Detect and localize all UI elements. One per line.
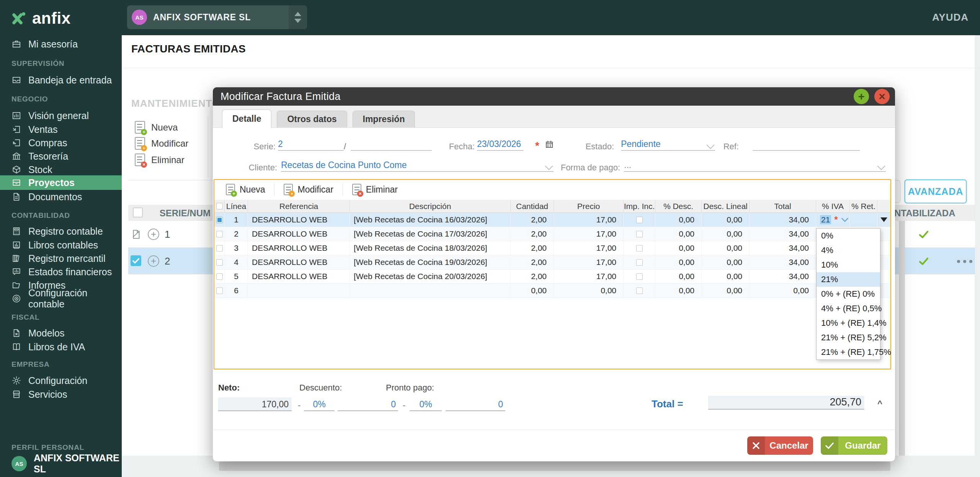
sidebar-item-ventas[interactable]: Ventas bbox=[0, 122, 122, 137]
chevron-down-icon bbox=[706, 144, 715, 149]
expand-row-icon[interactable]: + bbox=[148, 255, 159, 267]
serie-input[interactable]: 2 bbox=[278, 137, 344, 151]
profile-company[interactable]: AS ANFIX SOFTWARE SL bbox=[0, 456, 122, 471]
maintenance-nueva-button[interactable]: + Nueva bbox=[135, 121, 178, 134]
iva-option[interactable]: 4% bbox=[817, 243, 880, 258]
sidebar-item-mi-asesoria[interactable]: Mi asesoría bbox=[0, 37, 122, 51]
save-button[interactable]: Guardar bbox=[821, 436, 887, 455]
line-checkbox[interactable] bbox=[216, 259, 223, 266]
sidebar-item-registro-contable[interactable]: Registro contable bbox=[0, 224, 122, 238]
modal-add-button[interactable]: + bbox=[854, 89, 869, 104]
fecha-input[interactable]: 23/03/2026 bbox=[477, 137, 524, 151]
iva-cell-editing[interactable]: 21 * bbox=[816, 213, 850, 227]
line-row-2[interactable]: 2 DESARROLLO WEB [Web Recetas de Cocina … bbox=[214, 227, 890, 241]
line-checkbox[interactable] bbox=[216, 231, 223, 237]
numero-input[interactable] bbox=[351, 137, 432, 151]
advanced-search-button[interactable]: AVANZADA bbox=[904, 179, 967, 204]
drawer-icon bbox=[11, 178, 21, 188]
select-all-lines-checkbox[interactable] bbox=[216, 203, 223, 209]
neto-input[interactable]: 170,00 bbox=[218, 397, 292, 411]
tab-otros-datos[interactable]: Otros datos bbox=[277, 111, 347, 127]
iva-dropdown: 0% 4% 10% 21% 0% + (RE) 0% 4% + (RE) 0,5… bbox=[816, 228, 880, 360]
cancel-button[interactable]: Cancelar bbox=[747, 436, 813, 455]
imp-inc-checkbox[interactable] bbox=[636, 273, 643, 280]
line-checkbox[interactable] bbox=[216, 288, 223, 294]
estado-select[interactable]: Pendiente bbox=[621, 137, 715, 151]
imp-inc-checkbox[interactable] bbox=[636, 245, 643, 252]
sidebar-item-estados-financieros[interactable]: Estados financieros bbox=[0, 265, 122, 279]
minus-sign: - bbox=[403, 400, 405, 410]
anfix-logo-icon bbox=[10, 10, 28, 27]
imp-inc-checkbox[interactable] bbox=[636, 259, 643, 266]
sidebar-item-stock[interactable]: Stock bbox=[0, 162, 122, 177]
sidebar-item-servicios[interactable]: Servicios bbox=[0, 387, 122, 402]
modal-titlebar: Modificar Factura Emitida + × bbox=[213, 87, 895, 106]
sidebar-item-registro-mercantil[interactable]: Registro mercantil bbox=[0, 251, 122, 266]
iva-option-selected[interactable]: 21% bbox=[817, 272, 880, 287]
sidebar-item-configuracion-contable[interactable]: Configuración contable bbox=[0, 291, 122, 306]
serie-label: Serie: bbox=[250, 142, 276, 152]
iva-option[interactable]: 4% + (RE) 0,5% bbox=[817, 301, 880, 316]
line-nueva-button[interactable]: + Nueva bbox=[217, 183, 274, 196]
forma-pago-select[interactable]: ... bbox=[624, 158, 886, 172]
expand-row-icon[interactable]: + bbox=[148, 229, 159, 240]
iva-option[interactable]: 0% + (RE) 0% bbox=[817, 287, 880, 301]
maintenance-eliminar-button[interactable]: × Eliminar bbox=[135, 154, 185, 166]
iva-option[interactable]: 21% + (RE) 1,75% bbox=[817, 345, 880, 359]
line-checkbox-selected[interactable] bbox=[216, 217, 223, 223]
cliente-select[interactable]: Recetas de Cocina Punto Come bbox=[281, 158, 554, 172]
imp-inc-checkbox[interactable] bbox=[636, 231, 643, 237]
iva-option[interactable]: 10% + (RE) 1,4% bbox=[817, 316, 880, 330]
ref-input[interactable] bbox=[753, 137, 860, 151]
sidebar-item-libros-contables[interactable]: Libros contables bbox=[0, 238, 122, 252]
dropdown-arrow-icon[interactable] bbox=[880, 217, 887, 222]
line-row-6[interactable]: 6 0,00 0,00 0,00 0,00 0,00 bbox=[214, 284, 890, 298]
select-all-checkbox[interactable] bbox=[133, 207, 143, 217]
line-row-5[interactable]: 5 DESARROLLO WEB [Web Recetas de Cocina … bbox=[214, 270, 890, 284]
row-actions-menu-icon[interactable] bbox=[957, 260, 972, 263]
sidebar-item-modelos[interactable]: Modelos bbox=[0, 326, 122, 340]
total-value: 205,70 bbox=[708, 396, 864, 410]
tab-impresion[interactable]: Impresión bbox=[353, 111, 415, 127]
line-checkbox[interactable] bbox=[216, 245, 223, 252]
iva-option[interactable]: 10% bbox=[817, 258, 880, 272]
line-row-1[interactable]: 1 DESARROLLO WEB [Web Recetas de Cocina … bbox=[214, 213, 890, 227]
sidebar-item-documentos[interactable]: Documentos bbox=[0, 189, 122, 204]
calendar-icon[interactable] bbox=[544, 139, 554, 149]
sidebar-item-bandeja-de-entrada[interactable]: Bandeja de entrada bbox=[0, 73, 122, 87]
sidebar-item-compras[interactable]: Compras bbox=[0, 136, 122, 150]
company-selector[interactable]: AS ANFIX SOFTWARE SL bbox=[127, 5, 307, 29]
line-checkbox[interactable] bbox=[216, 273, 223, 280]
descuento-pct-input[interactable]: 0% bbox=[304, 397, 335, 411]
sidebar-item-tesoreria[interactable]: Tesorería bbox=[0, 149, 122, 163]
help-link[interactable]: AYUDA bbox=[932, 11, 969, 23]
imp-inc-checkbox[interactable] bbox=[636, 217, 643, 223]
iva-option[interactable]: 0% bbox=[817, 229, 880, 243]
maintenance-modificar-button[interactable]: • Modificar bbox=[135, 137, 188, 150]
descuento-importe-input[interactable]: 0 bbox=[338, 397, 398, 411]
row-checkbox-checked[interactable] bbox=[131, 255, 141, 266]
horizontal-scrollbar[interactable] bbox=[219, 462, 890, 471]
anfix-logo[interactable]: anfix bbox=[10, 9, 71, 28]
topbar: AS ANFIX SOFTWARE SL AYUDA bbox=[122, 0, 980, 35]
ledger-icon bbox=[11, 240, 21, 250]
pronto-pago-importe-input[interactable]: 0 bbox=[446, 397, 505, 411]
line-row-3[interactable]: 3 DESARROLLO WEB [Web Recetas de Cocina … bbox=[214, 241, 890, 255]
tab-detalle[interactable]: Detalle bbox=[222, 109, 271, 128]
pronto-pago-pct-input[interactable]: 0% bbox=[410, 397, 442, 411]
iva-option[interactable]: 21% + (RE) 5,2% bbox=[817, 330, 880, 345]
sidebar-item-libros-de-iva[interactable]: Libros de IVA bbox=[0, 340, 122, 354]
company-spinner-icon[interactable] bbox=[289, 5, 307, 29]
modal-close-button[interactable]: × bbox=[874, 89, 890, 104]
vertical-scrollbar[interactable] bbox=[899, 221, 905, 456]
line-eliminar-button[interactable]: × Eliminar bbox=[343, 183, 407, 196]
imp-inc-checkbox[interactable] bbox=[636, 288, 643, 294]
modal-modificar-factura: Modificar Factura Emitida + × Detalle Ot… bbox=[213, 87, 895, 461]
sidebar-item-configuracion[interactable]: Configuración bbox=[0, 373, 122, 388]
line-modificar-button[interactable]: • Modificar bbox=[274, 183, 342, 196]
collapse-caret-icon[interactable]: ^ bbox=[877, 399, 882, 409]
sidebar-item-vision-general[interactable]: Visión general bbox=[0, 108, 122, 123]
line-row-4[interactable]: 4 DESARROLLO WEB [Web Recetas de Cocina … bbox=[214, 255, 890, 270]
serie-num-value: 2 bbox=[165, 255, 170, 267]
sidebar-item-proyectos[interactable]: Proyectos bbox=[0, 175, 122, 190]
